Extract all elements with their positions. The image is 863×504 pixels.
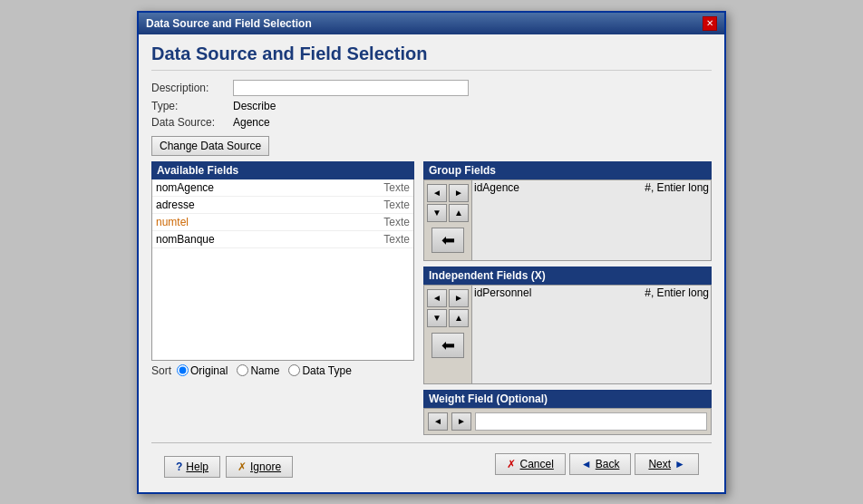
group-field-name: idAgence <box>474 181 519 194</box>
page-title: Data Source and Field Selection <box>151 44 712 71</box>
back-label: Back <box>596 458 620 470</box>
sort-name-radio[interactable] <box>237 364 248 376</box>
ind-field-item[interactable]: idPersonnel #, Entier long <box>472 286 711 300</box>
sort-name-text: Name <box>250 364 279 377</box>
group-field-item[interactable]: idAgence #, Entier long <box>472 180 711 195</box>
group-move-right-btn[interactable]: ► <box>449 184 469 202</box>
field-type: Texte <box>383 199 410 211</box>
ignore-icon: ✗ <box>238 460 247 473</box>
next-label: Next <box>648 458 671 470</box>
ind-remove-all-btn[interactable]: ⬅ <box>432 333 464 358</box>
description-label: Description: <box>151 82 233 94</box>
field-type: Texte <box>383 216 410 228</box>
back-icon: ◄ <box>581 458 592 470</box>
independent-fields-area: idPersonnel #, Entier long <box>471 285 712 384</box>
group-fields-section: Group Fields ◄ ► ▼ ▲ ⬅ <box>423 161 712 261</box>
sort-original-label[interactable]: Original <box>177 364 228 377</box>
next-icon: ► <box>674 458 685 470</box>
field-name-numtel: numtel <box>156 216 383 228</box>
right-buttons: ✗ Cancel ◄ Back Next ► <box>495 453 699 475</box>
dialog-title: Data Source and Field Selection <box>146 17 312 30</box>
ind-field-name: idPersonnel <box>474 286 531 299</box>
left-panel: Available Fields nomAgence Texte adresse… <box>151 161 414 435</box>
group-fields-area: idAgence #, Entier long <box>471 179 712 261</box>
main-dialog: Data Source and Field Selection ✕ Data S… <box>137 11 726 494</box>
field-type: Texte <box>383 181 410 194</box>
back-button[interactable]: ◄ Back <box>569 453 632 475</box>
field-row[interactable]: nomAgence Texte <box>152 179 413 197</box>
right-panel: Group Fields ◄ ► ▼ ▲ ⬅ <box>423 161 712 435</box>
cancel-icon: ✗ <box>507 458 516 470</box>
group-move-up-btn[interactable]: ▲ <box>449 204 469 222</box>
datasource-label: Data Source: <box>151 116 233 129</box>
left-buttons: ? Help ✗ Ignore <box>164 456 293 478</box>
group-fields-header: Group Fields <box>423 161 712 179</box>
weight-field-section: Weight Field (Optional) ◄ ► <box>423 390 712 435</box>
sort-datatype-label[interactable]: Data Type <box>288 364 351 377</box>
type-value: Describe <box>233 100 276 112</box>
ind-lr-row: ◄ ► <box>427 289 469 307</box>
group-controls-area: ◄ ► ▼ ▲ ⬅ idAgence # <box>423 179 712 261</box>
sort-name-label[interactable]: Name <box>237 364 279 377</box>
group-lr-row: ◄ ► <box>427 184 469 202</box>
main-body: Available Fields nomAgence Texte adresse… <box>151 161 712 435</box>
ignore-label: Ignore <box>250 460 281 473</box>
dialog-titlebar: Data Source and Field Selection ✕ <box>139 13 724 34</box>
ind-ud-row: ▼ ▲ <box>427 309 469 327</box>
sort-radio-group: Original Name Data Type <box>177 364 352 377</box>
weight-input[interactable] <box>475 412 707 431</box>
group-move-down-btn[interactable]: ▼ <box>427 204 447 222</box>
group-remove-all-btn[interactable]: ⬅ <box>432 228 464 253</box>
ind-move-left-btn[interactable]: ◄ <box>427 289 447 307</box>
field-name: nomBanque <box>156 233 383 246</box>
type-label: Type: <box>151 100 233 112</box>
field-type: Texte <box>383 233 410 246</box>
sort-bar: Sort Original Name Data Type <box>151 364 414 377</box>
close-button[interactable]: ✕ <box>703 16 717 31</box>
datasource-value: Agence <box>233 116 270 129</box>
independent-fields-section: Independent Fields (X) ◄ ► ▼ ▲ ⬅ <box>423 267 712 384</box>
field-row[interactable]: nomBanque Texte <box>152 231 413 248</box>
field-row[interactable]: numtel Texte <box>152 214 413 231</box>
sort-original-radio[interactable] <box>177 364 189 376</box>
group-move-left-btn[interactable]: ◄ <box>427 184 447 202</box>
field-name: nomAgence <box>156 181 383 194</box>
weight-controls: ◄ ► <box>423 408 712 435</box>
sort-datatype-radio[interactable] <box>288 364 300 376</box>
weight-left-btn[interactable]: ◄ <box>428 412 448 431</box>
dialog-content: Data Source and Field Selection Descript… <box>139 34 724 492</box>
independent-fields-header: Independent Fields (X) <box>423 267 712 285</box>
independent-controls-area: ◄ ► ▼ ▲ ⬅ idPersonnel <box>423 285 712 384</box>
ind-move-up-btn[interactable]: ▲ <box>449 309 469 327</box>
sort-original-text: Original <box>190 364 228 377</box>
cancel-label: Cancel <box>519 458 553 470</box>
field-row[interactable]: adresse Texte <box>152 197 413 214</box>
type-row: Type: Describe <box>151 100 712 112</box>
datasource-row: Data Source: Agence <box>151 116 712 129</box>
weight-right-btn[interactable]: ► <box>451 412 471 431</box>
ignore-button[interactable]: ✗ Ignore <box>226 456 293 478</box>
ind-field-type: #, Entier long <box>645 286 709 299</box>
group-field-type: #, Entier long <box>645 181 709 194</box>
available-fields-table: nomAgence Texte adresse Texte numtel Tex… <box>151 179 414 361</box>
field-name: adresse <box>156 199 383 211</box>
description-row: Description: <box>151 80 712 96</box>
description-input[interactable] <box>233 80 469 96</box>
help-icon: ? <box>176 460 182 473</box>
cancel-button[interactable]: ✗ Cancel <box>495 453 565 475</box>
help-button[interactable]: ? Help <box>164 456 220 478</box>
change-datasource-button[interactable]: Change Data Source <box>151 136 269 156</box>
group-move-controls: ◄ ► ▼ ▲ ⬅ <box>423 179 471 261</box>
next-button[interactable]: Next ► <box>635 453 699 475</box>
help-label: Help <box>186 460 208 473</box>
independent-move-controls: ◄ ► ▼ ▲ ⬅ <box>423 285 471 384</box>
sort-label: Sort <box>151 364 171 377</box>
ind-move-right-btn[interactable]: ► <box>449 289 469 307</box>
ind-move-down-btn[interactable]: ▼ <box>427 309 447 327</box>
bottom-bar: ? Help ✗ Ignore ✗ Cancel ◄ Back Ne <box>151 442 712 485</box>
available-fields-header: Available Fields <box>151 161 414 179</box>
sort-datatype-text: Data Type <box>302 364 351 377</box>
weight-field-header: Weight Field (Optional) <box>423 390 712 408</box>
group-ud-row: ▼ ▲ <box>427 204 469 222</box>
